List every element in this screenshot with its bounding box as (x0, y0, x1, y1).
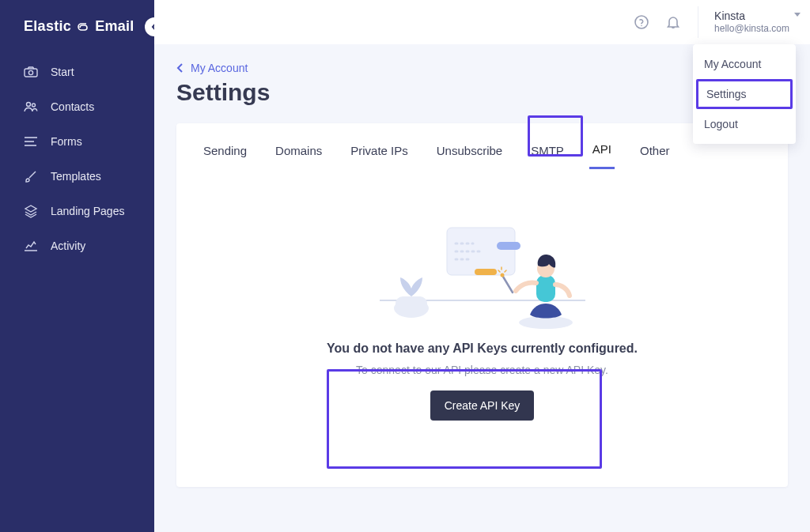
chevron-left-icon (176, 63, 184, 73)
chart-icon (24, 240, 38, 252)
brand-logo[interactable]: Elastic Email (0, 12, 154, 55)
sidebar-nav: Start Contacts Forms Templates Landing P… (0, 55, 154, 263)
dropdown-item-logout[interactable]: Logout (693, 109, 796, 139)
dropdown-item-my-account[interactable]: My Account (693, 49, 796, 79)
sidebar: Elastic Email Start Contacts Forms (0, 0, 154, 532)
svg-line-18 (503, 277, 513, 292)
dropdown-item-settings[interactable]: Settings (696, 79, 793, 109)
sidebar-item-activity[interactable]: Activity (0, 228, 154, 263)
empty-state-illustration (176, 169, 788, 341)
svg-point-3 (32, 104, 36, 107)
account-email: hello@kinsta.com (714, 23, 789, 34)
tab-other[interactable]: Other (637, 139, 673, 168)
brand-word-a: Elastic (24, 18, 71, 35)
svg-rect-16 (536, 275, 555, 302)
sidebar-item-label: Landing Pages (51, 205, 124, 217)
sidebar-item-label: Forms (51, 135, 82, 148)
account-name: Kinsta (714, 9, 789, 23)
tab-smtp[interactable]: SMTP (528, 139, 567, 168)
people-icon (24, 100, 38, 113)
camera-icon (24, 66, 38, 78)
account-dropdown: My Account Settings Logout (693, 44, 796, 144)
empty-state-subtitle: To connect to our API please create a ne… (192, 364, 772, 376)
bell-icon[interactable] (664, 13, 682, 31)
tab-domains[interactable]: Domains (272, 139, 325, 168)
sidebar-item-label: Activity (51, 240, 85, 252)
sidebar-item-label: Start (51, 66, 74, 78)
sidebar-item-landing-pages[interactable]: Landing Pages (0, 194, 154, 228)
breadcrumb-label: My Account (191, 62, 248, 74)
tab-private-ips[interactable]: Private IPs (347, 139, 411, 168)
svg-rect-11 (396, 296, 427, 311)
sidebar-item-forms[interactable]: Forms (0, 124, 154, 159)
brand-word-b: Email (95, 18, 134, 35)
sidebar-item-contacts[interactable]: Contacts (0, 89, 154, 124)
tab-api[interactable]: API (589, 138, 615, 169)
divider (698, 6, 698, 38)
help-icon[interactable] (633, 13, 650, 31)
empty-state-title: You do not have any API Keys currently c… (192, 341, 772, 356)
svg-point-8 (641, 25, 642, 27)
layers-icon (24, 204, 38, 218)
paperclip-icon (76, 23, 90, 32)
empty-state: You do not have any API Keys currently c… (176, 341, 788, 421)
svg-rect-14 (475, 269, 497, 275)
sidebar-item-label: Templates (51, 170, 101, 183)
topbar: Kinsta hello@kinsta.com (154, 0, 810, 44)
caret-down-icon (794, 13, 801, 17)
settings-card: Sending Domains Private IPs Unsubscribe … (176, 123, 788, 487)
lines-icon (24, 136, 38, 147)
svg-rect-13 (497, 242, 520, 250)
tab-unsubscribe[interactable]: Unsubscribe (433, 139, 505, 168)
svg-point-1 (28, 70, 32, 74)
sidebar-item-start[interactable]: Start (0, 55, 154, 89)
account-menu-trigger[interactable]: Kinsta hello@kinsta.com (714, 9, 799, 34)
create-api-key-button[interactable]: Create API Key (430, 391, 535, 421)
brush-icon (24, 169, 38, 183)
svg-point-19 (500, 274, 504, 277)
sidebar-item-templates[interactable]: Templates (0, 159, 154, 194)
svg-point-7 (635, 16, 648, 28)
svg-point-2 (27, 103, 31, 107)
sidebar-item-label: Contacts (51, 100, 94, 113)
tab-sending[interactable]: Sending (200, 139, 250, 168)
svg-rect-0 (25, 69, 37, 77)
